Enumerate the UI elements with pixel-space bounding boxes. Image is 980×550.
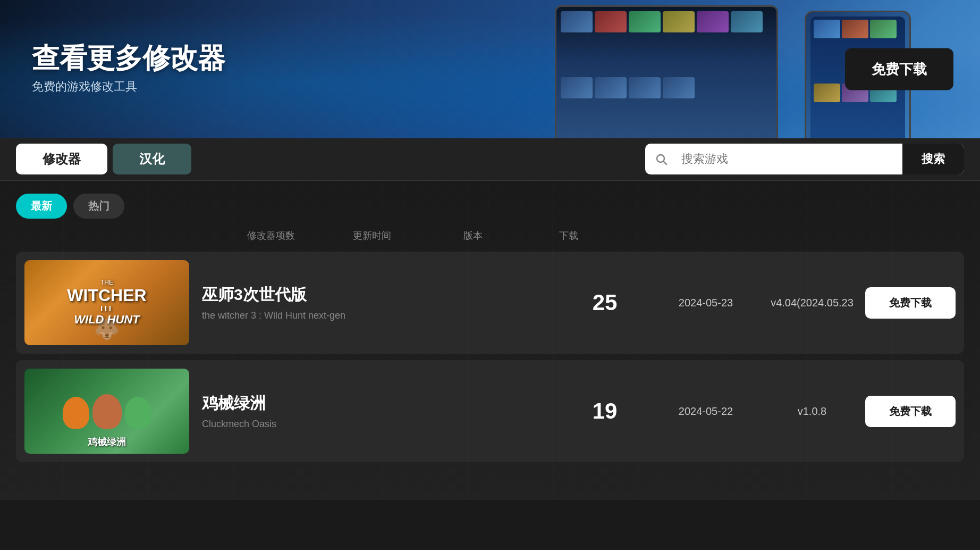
tablet-tile-4 — [814, 84, 840, 102]
game-thumbnail-witcher: THE WITCHER III WILD HUNT 🐺 — [24, 260, 189, 345]
banner-text-area: 查看更多修改器 免费的游戏修改工具 — [32, 43, 225, 95]
laptop-tile-9 — [629, 77, 661, 98]
laptop-tile-2 — [595, 11, 627, 32]
modifier-nav-button[interactable]: 修改器 — [16, 144, 107, 174]
tablet-tile-1 — [814, 20, 840, 38]
tab-latest[interactable]: 最新 — [16, 194, 67, 219]
game-stats-cluckmech: 19 2024-05-22 v1.0.8 免费下载 — [557, 396, 956, 427]
banner-title: 查看更多修改器 — [32, 43, 225, 73]
game-title-cn-cluckmech: 鸡械绿洲 — [202, 393, 544, 414]
update-date-witcher: 2024-05-23 — [653, 297, 759, 309]
search-icon — [645, 153, 677, 165]
laptop-tile-1 — [561, 11, 593, 32]
game-stats-witcher: 25 2024-05-23 v4.04(2024.05.23 免费下载 — [557, 287, 956, 319]
main-content: 最新 热门 修改器项数 更新时间 版本 下载 THE WITCHER III W… — [0, 181, 980, 500]
char-3 — [125, 397, 151, 429]
game-title-en-cluckmech: Cluckmech Oasis — [202, 419, 544, 430]
table-row[interactable]: THE WITCHER III WILD HUNT 🐺 巫师3次世代版 the … — [16, 252, 964, 354]
version-witcher: v4.04(2024.05.23 — [759, 297, 865, 309]
tab-popular[interactable]: 热门 — [73, 194, 124, 219]
game-thumbnail-cluckmech: 鸡械绿洲 — [24, 369, 189, 454]
col-header-modifier-count: 修改器项数 — [223, 229, 319, 242]
table-row[interactable]: 鸡械绿洲 鸡械绿洲 Cluckmech Oasis 19 2024-05-22 … — [16, 360, 964, 462]
laptop-tile-3 — [629, 11, 661, 32]
modifier-count-witcher: 25 — [557, 290, 653, 315]
col-header-version: 版本 — [425, 229, 521, 242]
game-list: THE WITCHER III WILD HUNT 🐺 巫师3次世代版 the … — [0, 246, 980, 468]
update-date-cluckmech: 2024-05-22 — [653, 405, 759, 418]
laptop-tile-10 — [663, 77, 695, 98]
game-info-cluckmech: 鸡械绿洲 Cluckmech Oasis — [202, 393, 544, 430]
game-info-witcher: 巫师3次世代版 the witcher 3 : Wild Hunt next-g… — [202, 284, 544, 321]
tablet-tile-2 — [842, 20, 868, 38]
col-header-download: 下载 — [521, 229, 616, 242]
version-cluckmech: v1.0.8 — [759, 405, 865, 418]
cluckmech-chars — [63, 394, 151, 429]
char-2 — [92, 394, 122, 429]
svg-line-1 — [664, 162, 667, 165]
download-button-witcher[interactable]: 免费下载 — [865, 287, 956, 319]
download-button-cluckmech[interactable]: 免费下载 — [865, 396, 956, 427]
hanhua-nav-button[interactable]: 汉化 — [113, 144, 191, 174]
laptop-tile-7 — [561, 77, 593, 98]
search-area: 搜索 — [645, 144, 964, 174]
laptop-screen — [555, 5, 778, 138]
laptop-tile-4 — [663, 11, 695, 32]
game-title-en-witcher: the witcher 3 : Wild Hunt next-gen — [202, 310, 544, 321]
navbar: 修改器 汉化 搜索 — [0, 138, 980, 181]
modifier-count-cluckmech: 19 — [557, 398, 653, 424]
search-button[interactable]: 搜索 — [902, 144, 964, 174]
banner-subtitle: 免费的游戏修改工具 — [32, 79, 225, 95]
banner: 查看更多修改器 免费的游戏修改工具 — [0, 0, 980, 138]
cluckmech-label: 鸡械绿洲 — [24, 436, 189, 448]
tabs-row: 最新 热门 — [0, 181, 980, 225]
game-title-cn-witcher: 巫师3次世代版 — [202, 284, 544, 306]
table-header: 修改器项数 更新时间 版本 下载 — [0, 225, 980, 246]
char-1 — [63, 397, 89, 429]
laptop-tile-5 — [697, 11, 729, 32]
banner-download-button[interactable]: 免费下载 — [845, 48, 953, 90]
laptop-tile-6 — [731, 11, 763, 32]
search-input[interactable] — [677, 152, 902, 166]
tablet-tile-3 — [870, 20, 897, 38]
col-header-update-time: 更新时间 — [319, 229, 425, 242]
laptop-tile-8 — [595, 77, 627, 98]
laptop-mockup — [555, 5, 810, 138]
laptop-screen-content — [556, 7, 776, 138]
